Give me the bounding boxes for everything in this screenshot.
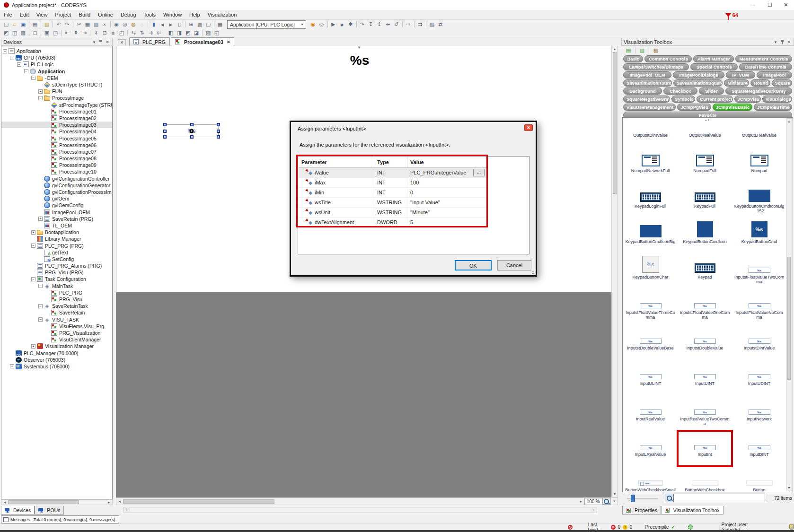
category-date-time-controls[interactable]: Date/Time Controls <box>739 63 792 70</box>
tree-expand-toggle[interactable]: − <box>38 317 43 322</box>
tree-item-processimage07[interactable]: ProcessImage07 <box>1 148 112 155</box>
devices-pin-icon[interactable] <box>99 40 103 44</box>
paste-icon[interactable]: ▧ <box>92 21 100 28</box>
parameter-row-wstitle[interactable]: wsTitleWSTRING"Input Value" <box>299 198 486 208</box>
search-icon[interactable] <box>665 494 673 502</box>
tree-expand-toggle[interactable]: − <box>17 62 21 67</box>
minimize-button[interactable]: – <box>746 0 762 10</box>
toolbox-item-keypadfull[interactable]: KeypadFull <box>678 183 732 218</box>
toolbox-item-inputstdoublevaluebase[interactable]: InputstDoubleValueBase <box>623 324 678 360</box>
save-project-icon[interactable]: ▣ <box>19 21 27 28</box>
tree-item-application[interactable]: −Application <box>1 68 112 75</box>
parameter-value-cell[interactable]: 100 <box>407 178 486 187</box>
align-center-icon[interactable]: ⊡ <box>100 29 109 36</box>
scale-elements-icon[interactable]: ◱ <box>212 29 221 36</box>
menu-tools[interactable]: Tools <box>140 10 159 19</box>
export-icon[interactable]: ▩ <box>195 21 204 28</box>
ok-button[interactable]: OK <box>455 260 492 270</box>
menu-file[interactable]: File <box>0 10 16 19</box>
project-settings-icon[interactable]: ⊞ <box>187 21 195 28</box>
tree-expand-toggle[interactable]: − <box>31 76 35 80</box>
toolbox-item-buttonwithcheckboxsmall[interactable]: ButtonWithCheckboxSmall <box>623 466 678 492</box>
toolbox-item-inputuint[interactable]: InputUINT <box>678 360 732 395</box>
resize-handle-nw[interactable] <box>163 123 167 126</box>
build-icon[interactable]: ▦ <box>216 21 224 28</box>
tree-item-imagepool-oem[interactable]: ImagePool_OEM <box>1 209 112 216</box>
tree-item-processimage10[interactable]: ProcessImage10 <box>1 168 112 175</box>
tree-item--oem[interactable]: −-OEM <box>1 75 112 81</box>
parameter-row-ivalue[interactable]: iValueINTPLC_PRG.iIntegerValue... <box>299 168 486 178</box>
increase-spacing-icon[interactable]: ⇉ <box>146 29 155 36</box>
start-icon[interactable]: ▶ <box>329 21 338 28</box>
run-to-cursor-icon[interactable]: ↠ <box>384 21 392 28</box>
active-application-selector[interactable]: Application [CPU: PLC Logic]▾ <box>227 20 306 29</box>
toolbox-item-numpadnetworkfull[interactable]: NumpadNetworkFull <box>623 147 678 183</box>
new-visualization-icon[interactable]: ▤ <box>624 47 633 54</box>
resize-handle-n[interactable] <box>190 123 194 126</box>
tree-item-maintask[interactable]: −MainTask <box>1 283 112 289</box>
parameter-value-cell[interactable]: 0 <box>407 188 486 197</box>
tree-item-systembus-705000-[interactable]: +Systembus (705000) <box>1 363 112 370</box>
category-squarenegativedarkgrey[interactable]: SquareNegativeDarkGrey <box>725 87 792 95</box>
menu-edit[interactable]: Edit <box>16 10 33 19</box>
toolbox-item-button[interactable]: Button <box>732 466 786 492</box>
tab-close-icon[interactable]: ✕ <box>227 40 230 44</box>
notification-count[interactable]: 64 <box>732 12 738 18</box>
tree-item-gvloem[interactable]: gvlOem <box>1 195 112 202</box>
tree-item-plc-manager-70-0000-[interactable]: PLC_Manager (70.0000) <box>1 349 112 356</box>
toolbox-item-outputstdintvalue[interactable]: OutputstDintValue <box>623 117 678 147</box>
resize-handle-ne[interactable] <box>217 123 220 126</box>
menu-window[interactable]: Window <box>159 10 185 19</box>
tree-item-prg-visu-prg-[interactable]: PRG_Visu (PRG) <box>1 269 112 276</box>
category-background[interactable]: Background <box>623 87 662 95</box>
category-ip-vum[interactable]: IP_VUM <box>726 71 755 78</box>
toolbox-item-inputulint[interactable]: InputULINT <box>623 360 678 395</box>
menu-debug[interactable]: Debug <box>117 10 140 19</box>
tree-expand-toggle[interactable]: + <box>31 230 35 235</box>
tree-item-visualization-manager[interactable]: +Visualization Manager <box>1 343 112 349</box>
panel-tab-visualization-toolbox[interactable]: Visualization Toolbox <box>661 506 723 515</box>
panel-tab-devices[interactable]: Devices <box>1 506 35 515</box>
tree-item-fun[interactable]: +FUN <box>1 88 112 95</box>
category-imagepool[interactable]: ImagePool <box>757 71 792 78</box>
logout-icon[interactable]: ◎ <box>318 21 326 28</box>
replace-icon[interactable]: ◍ <box>129 21 138 28</box>
tree-expand-toggle[interactable]: − <box>38 284 43 288</box>
dialog-resize-grip[interactable] <box>532 271 535 274</box>
tree-item-saveretaintask[interactable]: −SaveRetainTask <box>1 303 112 309</box>
category-checkbox[interactable]: Checkbox <box>663 87 697 95</box>
resize-handle-se[interactable] <box>217 135 220 139</box>
tree-item-processimage08[interactable]: ProcessImage08 <box>1 155 112 162</box>
tree-expand-toggle[interactable]: − <box>38 304 43 308</box>
find-next-icon[interactable]: ◎ <box>121 21 129 28</box>
copy-icon[interactable]: ▦ <box>83 21 92 28</box>
messages-bar[interactable]: Messages - Total 0 error(s), 0 warning(s… <box>1 515 119 523</box>
category-slider[interactable]: Slider <box>699 87 724 95</box>
maximize-button[interactable]: ☐ <box>762 0 778 10</box>
distribute-vertically-icon[interactable]: ⇅ <box>138 29 146 36</box>
resize-handle-e[interactable] <box>217 130 220 133</box>
visualization-styles-icon[interactable]: ▨ <box>428 21 436 28</box>
tree-item-processimage01[interactable]: ProcessImage01 <box>1 108 112 115</box>
find-icon[interactable]: ◉ <box>112 21 121 28</box>
toolbox-item-inputstdintvalue[interactable]: InputstDintValue <box>732 324 786 360</box>
open-project-icon[interactable]: ▱ <box>10 21 19 28</box>
category-basic[interactable]: Basic <box>623 55 643 62</box>
menu-build[interactable]: Build <box>75 10 94 19</box>
stop-icon[interactable]: ■ <box>338 21 346 28</box>
toolbox-vertical-scrollbar[interactable]: ▲▼ <box>786 118 792 491</box>
tree-item-application[interactable]: −Application <box>1 48 112 54</box>
tree-item-plc-prg[interactable]: PLC_PRG <box>1 289 112 296</box>
tree-item-stoemtype-struct-[interactable]: stOemType (STRUCT) <box>1 81 112 88</box>
category-current-project[interactable]: Current project <box>697 96 732 103</box>
toolbox-item-outputrealvalue[interactable]: OutputRealValue <box>678 117 732 147</box>
replace-all-icon[interactable]: ◌ <box>138 21 146 28</box>
group-icon[interactable]: ▣ <box>43 29 51 36</box>
zoom-level[interactable]: 100 % <box>584 498 602 505</box>
menu-help[interactable]: Help <box>185 10 204 19</box>
tree-expand-toggle[interactable]: − <box>38 96 43 100</box>
category-saveanimationround[interactable]: SaveanimationRound <box>623 79 672 87</box>
tree-item-prg-visu[interactable]: PRG_Visu <box>1 296 112 303</box>
tree-item-cpu-705003-[interactable]: −CPU (705003) <box>1 54 112 61</box>
tree-item-observer-705003-[interactable]: Observer (705003) <box>1 357 112 363</box>
